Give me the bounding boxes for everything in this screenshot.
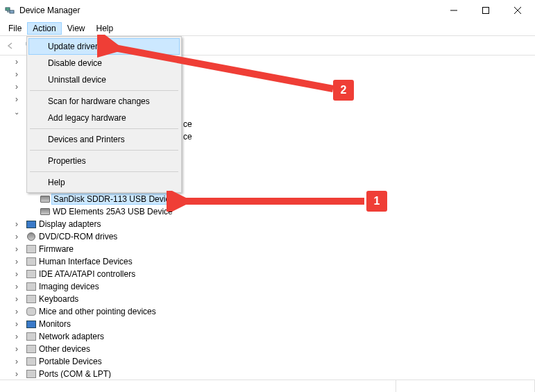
statusbar-section	[396, 380, 535, 392]
expand-icon[interactable]	[12, 282, 21, 291]
tree-row-monitors[interactable]: Monitors	[12, 318, 532, 330]
annotation-arrow-1	[167, 191, 375, 212]
dd-add-legacy[interactable]: Add legacy hardware	[28, 110, 180, 126]
tree-item-label: WD Elements 25A3 USB Device	[51, 207, 173, 216]
tree-item-label: Firmware	[37, 244, 74, 254]
tree-item-label: ce	[182, 132, 192, 142]
dd-devices-printers[interactable]: Devices and Printers	[28, 131, 180, 148]
ports-icon	[25, 370, 37, 378]
tree-item-label: Display adapters	[37, 219, 101, 229]
tree-item-label: Ports (COM & LPT)	[37, 369, 111, 378]
menu-help[interactable]: Help	[91, 22, 119, 35]
svg-rect-0	[6, 8, 10, 10]
expand-icon[interactable]	[12, 219, 21, 229]
tree-item-label: Portable Devices	[37, 357, 102, 366]
menu-view[interactable]: View	[62, 22, 91, 35]
expand-icon[interactable]	[12, 57, 21, 67]
tree-item-label: IDE ATA/ATAPI controllers	[37, 269, 135, 279]
tree-row-network[interactable]: Network adapters	[12, 330, 532, 343]
expand-icon[interactable]	[12, 319, 21, 329]
dvd-icon	[25, 232, 37, 241]
other-icon	[25, 345, 37, 353]
expand-icon[interactable]	[12, 344, 21, 354]
titlebar: Device Manager	[0, 0, 535, 21]
expand-icon[interactable]	[12, 94, 21, 104]
expand-icon[interactable]	[12, 257, 21, 266]
maximize-button[interactable]	[470, 0, 502, 21]
tree-row-firmware[interactable]: Firmware	[12, 243, 532, 255]
dd-separator	[30, 128, 178, 129]
dd-help[interactable]: Help	[28, 174, 180, 191]
tree-row-mice[interactable]: Mice and other pointing devices	[12, 305, 532, 318]
tree-row-imaging[interactable]: Imaging devices	[12, 280, 532, 293]
tree-row-hid[interactable]: Human Interface Devices	[12, 255, 532, 268]
tree-item-label: ce	[182, 119, 192, 129]
imaging-icon	[25, 282, 37, 291]
tree-row-keyboards[interactable]: Keyboards	[12, 293, 532, 305]
tree-row-portable[interactable]: Portable Devices	[12, 355, 532, 368]
minimize-button[interactable]	[438, 0, 470, 21]
tree-item-label: Network adapters	[37, 332, 104, 341]
tree-item-label: SanDisk SDDR-113 USB Device	[51, 194, 176, 205]
svg-rect-5	[483, 8, 489, 14]
tree-row-other[interactable]: Other devices	[12, 343, 532, 355]
app-icon	[4, 5, 15, 16]
back-button[interactable]	[3, 38, 18, 53]
tree-item-label: Mice and other pointing devices	[37, 307, 156, 316]
expand-icon[interactable]	[12, 357, 21, 366]
expand-icon[interactable]	[12, 294, 21, 304]
svg-line-10	[111, 47, 333, 89]
network-icon	[25, 332, 37, 341]
tree-item-label: Keyboards	[37, 294, 78, 304]
annotation-arrow-2	[97, 35, 361, 104]
disk-icon	[39, 208, 51, 215]
tree-row-display-adapters[interactable]: Display adapters	[12, 218, 532, 230]
menu-action[interactable]: Action	[27, 22, 61, 35]
window-buttons	[438, 0, 534, 21]
monitor-icon	[25, 321, 37, 328]
tree-row-dvd[interactable]: DVD/CD-ROM drives	[12, 230, 532, 243]
expand-icon[interactable]	[12, 369, 21, 378]
statusbar	[0, 380, 535, 392]
svg-rect-1	[10, 10, 14, 13]
expand-icon[interactable]	[12, 108, 21, 116]
tree-row-ide[interactable]: IDE ATA/ATAPI controllers	[12, 268, 532, 280]
tree-item-label: Human Interface Devices	[37, 257, 133, 266]
mouse-icon	[25, 307, 37, 316]
tree-item-label: Imaging devices	[37, 282, 99, 291]
expand-icon[interactable]	[12, 82, 21, 92]
display-icon	[25, 221, 37, 228]
tree-item-label: DVD/CD-ROM drives	[37, 232, 117, 241]
expand-icon[interactable]	[12, 332, 21, 341]
dd-separator	[30, 171, 178, 172]
annotation-badge-2: 2	[333, 80, 354, 101]
annotation-badge-1: 1	[366, 191, 387, 212]
tree-row-ports[interactable]: Ports (COM & LPT)	[12, 368, 532, 378]
dd-properties[interactable]: Properties	[28, 153, 180, 169]
statusbar-section	[0, 380, 396, 392]
expand-icon[interactable]	[12, 69, 21, 79]
disk-icon	[39, 196, 51, 203]
close-button[interactable]	[502, 0, 534, 21]
menubar: File Action View Help	[0, 21, 535, 36]
ide-icon	[25, 270, 37, 278]
dd-separator	[30, 150, 178, 151]
menu-file[interactable]: File	[3, 22, 27, 35]
firmware-icon	[25, 245, 37, 253]
hid-icon	[25, 257, 37, 266]
keyboard-icon	[25, 295, 37, 303]
expand-icon[interactable]	[12, 269, 21, 279]
portable-icon	[25, 357, 37, 366]
tree-item-label: Monitors	[37, 319, 71, 329]
expand-icon[interactable]	[12, 244, 21, 254]
tree-item-label: Other devices	[37, 344, 90, 354]
expand-icon[interactable]	[12, 307, 21, 316]
expand-icon[interactable]	[12, 232, 21, 241]
window-title: Device Manager	[19, 6, 438, 15]
